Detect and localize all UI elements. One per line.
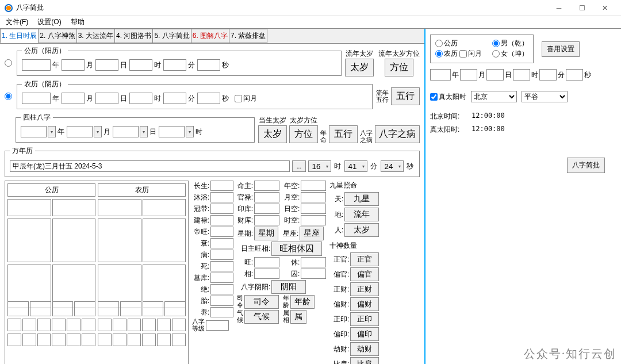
legend-solar: 公历（阳历） bbox=[22, 46, 68, 56]
tab-shensha[interactable]: 2. 八字神煞 bbox=[38, 29, 76, 43]
btn-ten-比肩[interactable]: 比肩 bbox=[350, 357, 379, 364]
wan-h[interactable]: ▾ bbox=[308, 160, 331, 172]
solar-month[interactable] bbox=[62, 59, 85, 71]
bz-month[interactable] bbox=[67, 126, 93, 137]
btn-ten-正财[interactable]: 正财 bbox=[350, 282, 379, 296]
lunar-hour[interactable] bbox=[129, 93, 152, 104]
btn-age[interactable]: 年龄 bbox=[290, 295, 315, 309]
radio-lunar[interactable] bbox=[5, 93, 12, 100]
btn-zodiac[interactable]: 星座 bbox=[300, 227, 324, 240]
btn-shuxiang[interactable]: 属 bbox=[290, 310, 306, 324]
tab-hetu[interactable]: 4. 河图洛书 bbox=[114, 29, 153, 43]
radio-male[interactable]: 男（乾） bbox=[492, 39, 528, 48]
btn-week[interactable]: 星期 bbox=[254, 227, 278, 240]
btn-ten-劫财[interactable]: 劫财 bbox=[350, 342, 379, 356]
wan-s[interactable]: ▾ bbox=[381, 160, 404, 172]
bz-day-dd[interactable]: ▾ bbox=[140, 126, 148, 137]
btn-ds-taisui[interactable]: 太岁 bbox=[258, 125, 287, 143]
solar-sec[interactable] bbox=[197, 59, 220, 71]
life-v bbox=[210, 273, 233, 283]
btn-qihou[interactable]: 气候 bbox=[244, 310, 279, 324]
btn-ten-偏财[interactable]: 偏财 bbox=[350, 297, 379, 311]
menu-settings[interactable]: 设置(O) bbox=[34, 16, 64, 28]
check-leap[interactable] bbox=[235, 95, 242, 102]
btn-bzbing[interactable]: 八字之病 bbox=[375, 125, 420, 143]
solar-day[interactable] bbox=[95, 59, 118, 71]
tab-dayun[interactable]: 3. 大运流年 bbox=[76, 29, 115, 43]
v-yk bbox=[301, 192, 326, 202]
tab-tujie[interactable]: 6. 图解八字 bbox=[191, 29, 229, 43]
r-min[interactable] bbox=[539, 69, 557, 81]
btn-wangxiang[interactable]: 旺相休囚 bbox=[271, 242, 322, 256]
lunar-month[interactable] bbox=[62, 93, 85, 104]
r-sec[interactable] bbox=[566, 69, 583, 81]
wan-browse[interactable]: ... bbox=[292, 160, 306, 172]
app-title: 八字简批 bbox=[16, 3, 547, 13]
v-wang bbox=[254, 257, 279, 267]
life-v bbox=[210, 284, 233, 294]
legend-lunar: 农历（阴历） bbox=[22, 79, 68, 89]
check-truesun[interactable]: 真太阳时 bbox=[430, 92, 466, 102]
v-mz bbox=[254, 181, 279, 191]
btn-taisui[interactable]: 太岁 bbox=[345, 59, 374, 76]
btn-ten-偏印[interactable]: 偏印 bbox=[350, 327, 379, 341]
menu-help[interactable]: 帮助 bbox=[67, 16, 88, 28]
life-col: 长生:沐浴:冠带:建禄:帝旺:衰:病:死:墓库:绝:胎:养:八字等级 bbox=[192, 181, 233, 364]
radio-solar[interactable] bbox=[5, 59, 12, 67]
lunar-day[interactable] bbox=[95, 93, 118, 104]
tab-birth[interactable]: 1. 生日时辰 bbox=[0, 29, 39, 43]
radio-female[interactable]: 女（坤） bbox=[492, 49, 528, 59]
btn-yinyang[interactable]: 阴阳 bbox=[271, 280, 306, 294]
lunar-min[interactable] bbox=[163, 93, 186, 104]
bz-month-dd[interactable]: ▾ bbox=[94, 126, 102, 137]
sel-district[interactable]: 平谷 bbox=[522, 91, 568, 102]
solar-min[interactable] bbox=[163, 59, 186, 71]
r-month[interactable] bbox=[460, 69, 477, 81]
r-year[interactable] bbox=[430, 69, 451, 81]
maximize-button[interactable]: ☐ bbox=[570, 0, 593, 16]
radio-r-solar[interactable]: 公历 bbox=[435, 39, 458, 48]
check-r-leap[interactable]: 闰月 bbox=[459, 49, 482, 59]
lunar-sec[interactable] bbox=[197, 93, 220, 104]
bz-day[interactable] bbox=[113, 126, 139, 137]
btn-pref[interactable]: 喜用设置 bbox=[542, 41, 580, 57]
cal-cell bbox=[7, 199, 51, 216]
sel-city[interactable]: 北京 bbox=[471, 91, 517, 102]
tab-ziwei[interactable]: 7. 紫薇排盘 bbox=[229, 29, 267, 43]
bz-hour[interactable] bbox=[159, 126, 185, 137]
v-gl bbox=[254, 192, 279, 202]
life-v bbox=[210, 307, 233, 317]
radio-r-lunar[interactable]: 农历 bbox=[435, 49, 458, 59]
v-yk2 bbox=[254, 204, 279, 214]
btn-ren-taisui[interactable]: 太岁 bbox=[344, 223, 379, 237]
wan-m[interactable]: ▾ bbox=[344, 160, 367, 172]
close-button[interactable]: ✕ bbox=[593, 0, 616, 16]
btn-fangwei[interactable]: 方位 bbox=[385, 59, 413, 76]
solar-hour[interactable] bbox=[129, 59, 152, 71]
bz-hour-dd[interactable]: ▾ bbox=[186, 126, 194, 137]
bz-year[interactable] bbox=[21, 126, 47, 137]
btn-liunian[interactable]: 流年 bbox=[344, 208, 379, 221]
v-xiu bbox=[301, 257, 326, 267]
bz-year-dd[interactable]: ▾ bbox=[48, 126, 56, 137]
lunar-year[interactable] bbox=[22, 93, 51, 104]
wan-input[interactable] bbox=[10, 160, 290, 172]
btn-wuxing[interactable]: 五行 bbox=[391, 87, 420, 105]
btn-ten-正印[interactable]: 正印 bbox=[350, 312, 379, 326]
btn-ten-正官[interactable]: 正官 bbox=[350, 252, 379, 266]
btn-ds-fangwei[interactable]: 方位 bbox=[289, 125, 318, 143]
v-qiu bbox=[301, 269, 326, 279]
menu-bar: 文件(F) 设置(O) 帮助 bbox=[0, 16, 621, 28]
btn-ten-偏官[interactable]: 偏官 bbox=[350, 267, 379, 281]
btn-jiuxing[interactable]: 九星 bbox=[344, 192, 379, 206]
tab-jianpi[interactable]: 5. 八字简批 bbox=[152, 29, 191, 43]
r-hour[interactable] bbox=[513, 69, 530, 81]
btn-nm-wuxing[interactable]: 五行 bbox=[329, 125, 358, 143]
menu-file[interactable]: 文件(F) bbox=[2, 16, 32, 28]
r-day[interactable] bbox=[486, 69, 504, 81]
solar-year[interactable] bbox=[22, 59, 51, 71]
ts-time: 12:00:00 bbox=[471, 125, 505, 135]
minimize-button[interactable]: ─ bbox=[547, 0, 570, 16]
btn-run[interactable]: 八字简批 bbox=[567, 158, 605, 173]
btn-siling[interactable]: 司令 bbox=[244, 295, 279, 309]
